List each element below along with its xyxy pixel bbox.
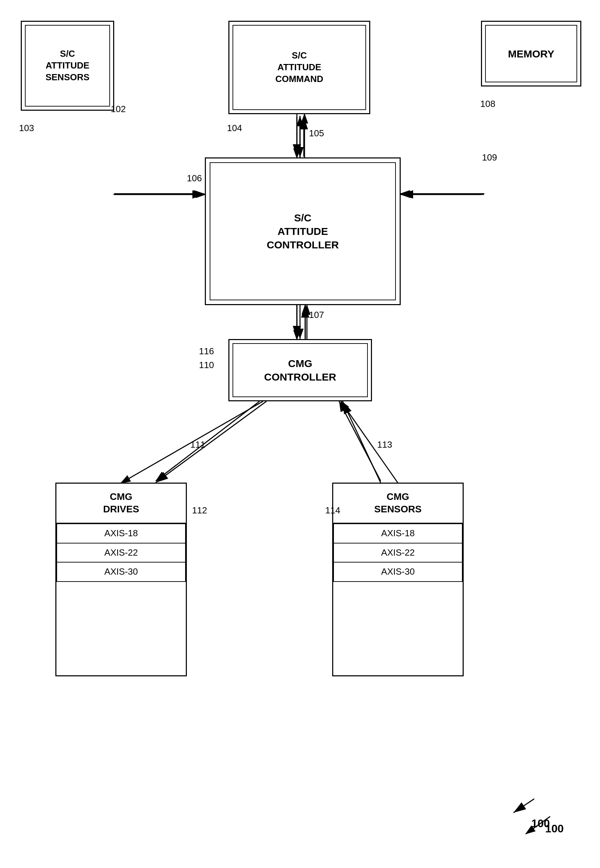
arrows-svg — [0, 0, 600, 868]
svg-line-8 — [156, 401, 259, 481]
label-105: 105 — [309, 128, 324, 139]
cmg-controller-label: CMGCONTROLLER — [264, 357, 336, 384]
label-110: 110 — [199, 360, 214, 370]
drives-axis30: AXIS-30 — [57, 562, 185, 582]
cmg-sensors-header: CMGSENSORS — [333, 484, 463, 523]
memory-box: MEMORY — [481, 21, 581, 86]
attitude-command-label: S/CATTITUDECOMMAND — [276, 50, 324, 85]
attitude-command-box: S/CATTITUDECOMMAND — [228, 21, 370, 114]
label-107: 107 — [309, 310, 324, 321]
figure-100-label: 100 — [545, 822, 564, 835]
cmg-drives-header: CMGDRIVES — [56, 484, 186, 523]
cmg-sensors-box: CMGSENSORS AXIS-18 AXIS-22 AXIS-30 — [332, 482, 464, 676]
label-114: 114 — [325, 505, 340, 516]
label-108: 108 — [480, 98, 495, 109]
label-111: 111 — [190, 439, 205, 450]
svg-line-20 — [514, 799, 534, 813]
label-113: 113 — [377, 439, 392, 450]
label-102: 102 — [111, 104, 126, 115]
svg-line-18 — [156, 401, 267, 482]
cmg-sensors-table: AXIS-18 AXIS-22 AXIS-30 — [333, 523, 463, 582]
attitude-sensors-label: S/CATTITUDESENSORS — [45, 48, 89, 83]
drives-axis22: AXIS-22 — [57, 543, 185, 563]
arrows-clean-svg — [0, 0, 600, 868]
drives-axis18: AXIS-18 — [57, 524, 185, 543]
diagram: S/CATTITUDESENSORS 102 103 S/CATTITUDECO… — [0, 0, 600, 868]
table-row: AXIS-30 — [57, 562, 185, 582]
label-104: 104 — [227, 123, 242, 133]
table-row: AXIS-18 — [57, 524, 185, 543]
cmg-controller-box: CMGCONTROLLER — [228, 339, 372, 401]
label-109: 109 — [482, 152, 497, 163]
sensors-axis18: AXIS-18 — [333, 524, 462, 543]
sensors-axis30: AXIS-30 — [333, 562, 462, 582]
sensors-axis22: AXIS-22 — [333, 543, 462, 563]
attitude-controller-box: S/CATTITUDECONTROLLER — [205, 157, 401, 305]
table-row: AXIS-22 — [57, 543, 185, 563]
label-116: 116 — [199, 346, 214, 357]
table-row: AXIS-18 — [333, 524, 462, 543]
attitude-sensors-box: S/CATTITUDESENSORS — [21, 21, 114, 111]
cmg-drives-table: AXIS-18 AXIS-22 AXIS-30 — [56, 523, 186, 582]
label-106: 106 — [187, 173, 202, 184]
memory-label: MEMORY — [508, 47, 555, 60]
attitude-controller-label: S/CATTITUDECONTROLLER — [267, 211, 339, 251]
main-arrows — [0, 0, 600, 868]
svg-line-9 — [339, 401, 380, 481]
label-112: 112 — [192, 505, 207, 516]
table-row: AXIS-22 — [333, 543, 462, 563]
cmg-drives-box: CMGDRIVES AXIS-18 AXIS-22 AXIS-30 — [55, 482, 187, 676]
label-103: 103 — [19, 123, 34, 133]
table-row: AXIS-30 — [333, 562, 462, 582]
svg-line-19 — [342, 401, 380, 482]
